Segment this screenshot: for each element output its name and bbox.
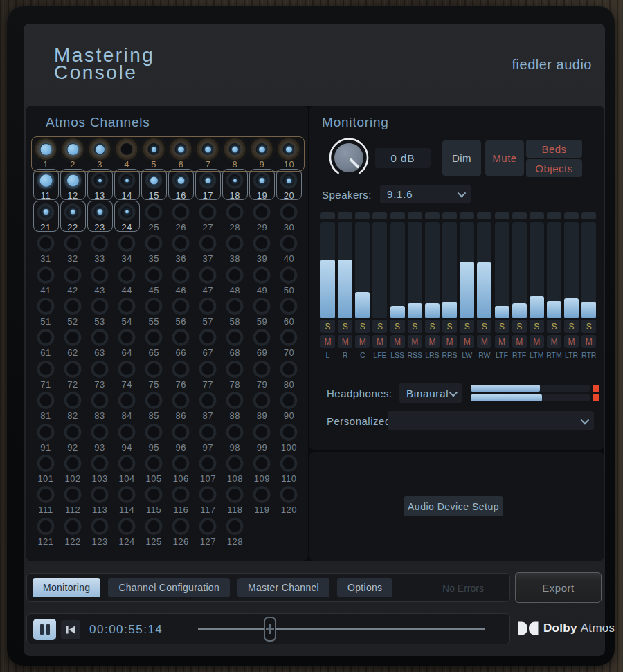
mute-button-RTR[interactable]: M [581, 335, 596, 348]
position-slider-track[interactable] [198, 628, 485, 630]
mute-button-RTM[interactable]: M [547, 335, 561, 348]
channel-34[interactable]: 34 [114, 232, 140, 263]
channel-50[interactable]: 50 [276, 264, 302, 295]
channel-11[interactable]: 11 [33, 169, 59, 200]
channel-97[interactable]: 97 [195, 421, 221, 452]
channel-38[interactable]: 38 [222, 232, 248, 263]
channel-69[interactable]: 69 [249, 326, 275, 357]
solo-button-LTM[interactable]: S [530, 320, 544, 333]
objects-button[interactable]: Objects [526, 159, 582, 177]
channel-3[interactable]: 3 [87, 138, 113, 169]
channel-15[interactable]: 15 [141, 169, 167, 200]
channel-57[interactable]: 57 [195, 295, 221, 326]
channel-118[interactable]: 118 [222, 483, 248, 514]
solo-button-RTR[interactable]: S [581, 320, 596, 333]
mute-button-LW[interactable]: M [460, 335, 474, 348]
channel-45[interactable]: 45 [141, 264, 167, 295]
mute-button-LRS[interactable]: M [425, 335, 440, 348]
channel-87[interactable]: 87 [195, 389, 221, 420]
headphones-dropdown[interactable]: Binaural [399, 383, 462, 403]
mute-button-RTF[interactable]: M [512, 335, 527, 348]
channel-51[interactable]: 51 [33, 295, 59, 326]
mute-button-RW[interactable]: M [477, 335, 491, 348]
channel-43[interactable]: 43 [87, 264, 113, 295]
mute-button-RRS[interactable]: M [442, 335, 457, 348]
channel-10[interactable]: 10 [276, 138, 302, 169]
mute-button-L[interactable]: M [320, 335, 335, 348]
channel-86[interactable]: 86 [168, 389, 194, 420]
solo-button-RTF[interactable]: S [512, 320, 527, 333]
beds-button[interactable]: Beds [526, 140, 582, 158]
channel-58[interactable]: 58 [222, 295, 248, 326]
channel-61[interactable]: 61 [33, 326, 59, 357]
channel-106[interactable]: 106 [168, 452, 194, 483]
solo-button-LSS[interactable]: S [390, 320, 405, 333]
channel-80[interactable]: 80 [276, 358, 302, 389]
channel-84[interactable]: 84 [114, 389, 140, 420]
solo-button-LRS[interactable]: S [425, 320, 440, 333]
channel-94[interactable]: 94 [114, 421, 140, 452]
channel-114[interactable]: 114 [114, 483, 140, 514]
solo-button-LFE[interactable]: S [372, 320, 387, 333]
channel-104[interactable]: 104 [114, 452, 140, 483]
channel-66[interactable]: 66 [168, 326, 194, 357]
channel-55[interactable]: 55 [141, 295, 167, 326]
channel-74[interactable]: 74 [114, 358, 140, 389]
channel-112[interactable]: 112 [60, 483, 86, 514]
channel-92[interactable]: 92 [60, 421, 86, 452]
channel-36[interactable]: 36 [168, 232, 194, 263]
channel-7[interactable]: 7 [195, 138, 221, 169]
channel-96[interactable]: 96 [168, 421, 194, 452]
mute-button-LSS[interactable]: M [390, 335, 405, 348]
mute-button-RSS[interactable]: M [408, 335, 422, 348]
dim-button[interactable]: Dim [442, 140, 481, 176]
channel-20[interactable]: 20 [276, 169, 302, 200]
export-button[interactable]: Export [515, 572, 602, 603]
channel-124[interactable]: 124 [114, 515, 140, 546]
pause-button[interactable] [33, 619, 56, 640]
channel-9[interactable]: 9 [249, 138, 275, 169]
channel-117[interactable]: 117 [195, 483, 221, 514]
channel-113[interactable]: 113 [87, 483, 113, 514]
solo-button-R[interactable]: S [338, 320, 352, 333]
channel-102[interactable]: 102 [60, 452, 86, 483]
channel-90[interactable]: 90 [276, 389, 302, 420]
channel-1[interactable]: 1 [33, 138, 59, 169]
channel-37[interactable]: 37 [195, 232, 221, 263]
channel-21[interactable]: 21 [33, 201, 59, 232]
solo-button-L[interactable]: S [320, 320, 335, 333]
rewind-to-start-button[interactable] [61, 620, 80, 639]
channel-42[interactable]: 42 [60, 264, 86, 295]
position-slider-thumb[interactable] [264, 617, 276, 642]
channel-125[interactable]: 125 [141, 515, 167, 546]
channel-63[interactable]: 63 [87, 326, 113, 357]
channel-48[interactable]: 48 [222, 264, 248, 295]
channel-41[interactable]: 41 [33, 264, 59, 295]
channel-64[interactable]: 64 [114, 326, 140, 357]
channel-119[interactable]: 119 [249, 483, 275, 514]
channel-35[interactable]: 35 [141, 232, 167, 263]
channel-44[interactable]: 44 [114, 264, 140, 295]
channel-93[interactable]: 93 [87, 421, 113, 452]
channel-4[interactable]: 4 [114, 138, 140, 169]
channel-127[interactable]: 127 [195, 515, 221, 546]
channel-12[interactable]: 12 [60, 169, 86, 200]
channel-70[interactable]: 70 [276, 326, 302, 357]
channel-79[interactable]: 79 [249, 358, 275, 389]
mute-button-R[interactable]: M [338, 335, 352, 348]
channel-65[interactable]: 65 [141, 326, 167, 357]
channel-49[interactable]: 49 [249, 264, 275, 295]
channel-52[interactable]: 52 [60, 295, 86, 326]
channel-26[interactable]: 26 [168, 201, 194, 232]
channel-100[interactable]: 100 [276, 421, 302, 452]
channel-22[interactable]: 22 [60, 201, 86, 232]
channel-73[interactable]: 73 [87, 358, 113, 389]
channel-82[interactable]: 82 [60, 389, 86, 420]
hrtf-dropdown[interactable] [388, 411, 594, 430]
channel-101[interactable]: 101 [33, 452, 59, 483]
gain-value-box[interactable]: 0 dB [375, 148, 431, 168]
channel-67[interactable]: 67 [195, 326, 221, 357]
tab-monitoring[interactable]: Monitoring [33, 578, 100, 597]
channel-8[interactable]: 8 [222, 138, 248, 169]
channel-120[interactable]: 120 [276, 483, 302, 514]
